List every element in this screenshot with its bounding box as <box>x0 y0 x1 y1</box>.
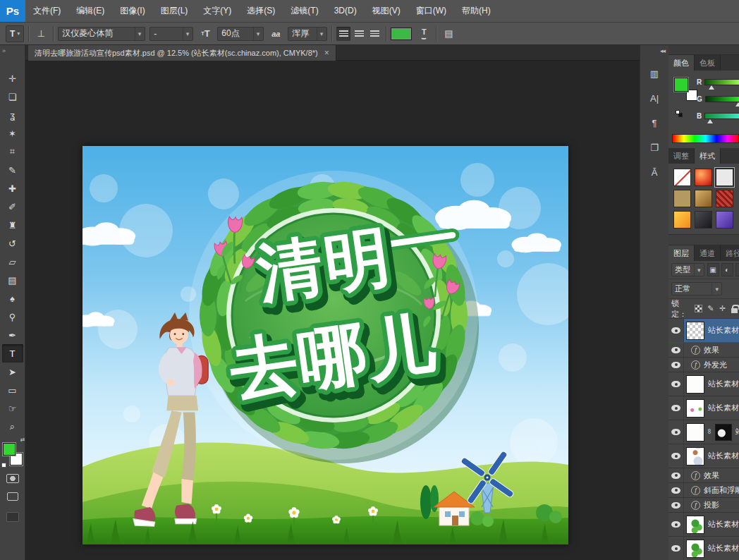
blend-mode-select[interactable]: 正常 ▾ <box>671 282 722 296</box>
style-red-glow-swatch[interactable] <box>695 169 712 186</box>
channel-slider-handle[interactable] <box>735 102 739 106</box>
foreground-color-well[interactable] <box>674 78 688 92</box>
quick-select-tool[interactable]: ✶ <box>2 124 23 142</box>
healing-brush-tool[interactable]: ✚ <box>2 179 23 197</box>
document-canvas[interactable]: 清明 清明 清明 去哪儿 去哪儿 去哪儿 <box>83 146 568 544</box>
lasso-tool[interactable]: ʓ <box>2 106 23 124</box>
effect-row[interactable]: ƒ投影 <box>668 498 739 513</box>
layer-row[interactable]: 站长素材 <box>668 319 739 343</box>
canvas-area[interactable]: 清明 清明 清明 去哪儿 去哪儿 去哪儿 <box>25 61 640 560</box>
character-styles-panel-icon[interactable]: ❐ <box>645 138 664 157</box>
paragraph-panel-icon[interactable]: ¶ <box>645 114 664 132</box>
panel-tab-paths[interactable]: 路径 <box>721 245 739 261</box>
path-select-tool[interactable]: ➤ <box>2 363 23 381</box>
menu-item-window[interactable]: 窗口(W) <box>408 0 454 22</box>
foreground-background-colors[interactable]: ⇄ <box>2 442 23 465</box>
style-none-swatch[interactable] <box>673 169 691 186</box>
panel-tab-channels[interactable]: 通道 <box>695 245 721 261</box>
marquee-tool[interactable]: ❏ <box>2 87 23 106</box>
style-dark-swatch[interactable] <box>695 211 712 229</box>
layer-thumbnail[interactable] <box>686 423 704 442</box>
align-center-button[interactable] <box>352 27 366 41</box>
lock-all-icon[interactable] <box>730 303 739 314</box>
pen-tool[interactable]: ✒ <box>2 326 23 344</box>
font-family-select[interactable]: 汉仪菱心体简 ▾ <box>58 27 145 41</box>
panel-tab-swatches[interactable]: 色板 <box>695 55 721 71</box>
layer-thumbnail[interactable] <box>686 375 704 394</box>
lock-image-pixels-icon[interactable]: ✎ <box>706 303 715 314</box>
visibility-toggle[interactable] <box>668 498 684 512</box>
crop-tool[interactable]: ⌗ <box>2 142 23 161</box>
visibility-toggle[interactable] <box>668 444 684 468</box>
color-panel-swatches[interactable] <box>674 78 700 103</box>
app-logo[interactable]: Ps <box>0 0 25 22</box>
lock-position-icon[interactable]: ✛ <box>718 303 727 314</box>
layer-mask-thumbnail[interactable] <box>715 424 732 441</box>
clone-source-panel-icon[interactable]: ▥ <box>645 64 664 83</box>
menu-item-help[interactable]: 帮助(H) <box>454 0 499 22</box>
visibility-toggle[interactable] <box>668 396 684 420</box>
effects-row[interactable]: ƒ效果 <box>668 343 739 358</box>
channel-slider[interactable] <box>704 79 739 85</box>
layer-filter-type-select[interactable]: 类型 ▾ <box>671 263 704 276</box>
layer-thumbnail[interactable] <box>686 399 704 418</box>
align-right-button[interactable] <box>367 27 381 41</box>
font-style-select[interactable]: - ▾ <box>149 27 193 41</box>
layer-row[interactable]: 站长素材 <box>668 372 739 396</box>
menu-item-image[interactable]: 图像(I) <box>112 0 152 22</box>
warp-text-button[interactable]: T <box>416 26 432 42</box>
zoom-tool[interactable]: ⌕ <box>2 418 23 436</box>
menu-item-3d[interactable]: 3D(D) <box>326 0 365 22</box>
visibility-toggle[interactable] <box>668 319 684 342</box>
effect-row[interactable]: ƒ斜面和浮雕 <box>668 483 739 498</box>
text-orientation-toggle[interactable]: ⊥ <box>33 26 49 42</box>
document-tab[interactable]: 清明去哪旅游活动宣传psd素材.psd @ 12.5% (站长素材(sc.chi… <box>28 45 336 61</box>
foreground-color-swatch[interactable] <box>3 443 16 456</box>
dock-drag-bar[interactable] <box>668 45 739 55</box>
layer-row[interactable]: 站长素材 <box>668 537 739 560</box>
layer-thumbnail[interactable] <box>686 447 704 465</box>
swap-colors-icon[interactable]: ⇄ <box>20 437 25 443</box>
effect-row[interactable]: ƒ外发光 <box>668 358 739 372</box>
color-spectrum-ramp[interactable] <box>672 134 739 143</box>
font-size-select[interactable]: 60点 ▾ <box>217 27 264 41</box>
tab-close-button[interactable]: × <box>324 48 329 58</box>
lock-transparent-pixels-icon[interactable] <box>694 303 703 314</box>
channel-slider-handle[interactable] <box>709 85 714 90</box>
layer-thumbnail[interactable] <box>686 540 704 558</box>
menu-item-file[interactable]: 文件(F) <box>25 0 68 22</box>
visibility-toggle[interactable] <box>668 420 684 444</box>
channel-slider[interactable] <box>705 96 739 102</box>
panel-tab-styles[interactable]: 样式 <box>695 148 721 164</box>
filter-pixel-icon[interactable]: ▣ <box>707 263 719 276</box>
align-left-button[interactable] <box>336 27 350 41</box>
visibility-toggle[interactable] <box>668 358 684 372</box>
visibility-toggle[interactable] <box>668 537 684 560</box>
blur-tool[interactable]: ♠ <box>2 289 23 308</box>
tool-preset-picker[interactable]: T ▾ <box>6 25 24 42</box>
menu-item-edit[interactable]: 编辑(E) <box>68 0 112 22</box>
channel-slider[interactable] <box>704 113 739 119</box>
channel-slider-handle[interactable] <box>707 119 713 123</box>
panel-tab-color[interactable]: 颜色 <box>668 55 695 71</box>
style-blank-swatch[interactable] <box>716 169 733 186</box>
anti-alias-select[interactable]: 浑厚 ▾ <box>288 27 327 41</box>
panel-tab-layers[interactable]: 图层 <box>668 245 695 261</box>
layer-row[interactable]: 站长素材 <box>668 444 739 468</box>
layer-row[interactable]: 站长素材 <box>668 513 739 537</box>
screen-mode-button[interactable] <box>7 492 18 501</box>
filter-type-icon[interactable]: T <box>735 263 739 276</box>
style-red-grid-swatch[interactable] <box>716 190 733 207</box>
character-panel-icon[interactable]: A| <box>645 89 664 107</box>
brush-tool[interactable]: ✐ <box>2 197 23 216</box>
filter-adjustment-icon[interactable]: ◐ <box>721 263 733 276</box>
menu-item-type[interactable]: 文字(Y) <box>195 0 239 22</box>
gradient-tool[interactable]: ▤ <box>2 271 23 289</box>
panel-tab-adjustments[interactable]: 调整 <box>668 148 695 164</box>
visibility-toggle[interactable] <box>668 483 684 497</box>
visibility-toggle[interactable] <box>668 343 684 357</box>
visibility-toggle[interactable] <box>668 513 684 536</box>
menu-item-filter[interactable]: 滤镜(T) <box>283 0 326 22</box>
style-gold-swatch[interactable] <box>695 190 712 207</box>
style-purple-swatch[interactable] <box>716 211 733 229</box>
